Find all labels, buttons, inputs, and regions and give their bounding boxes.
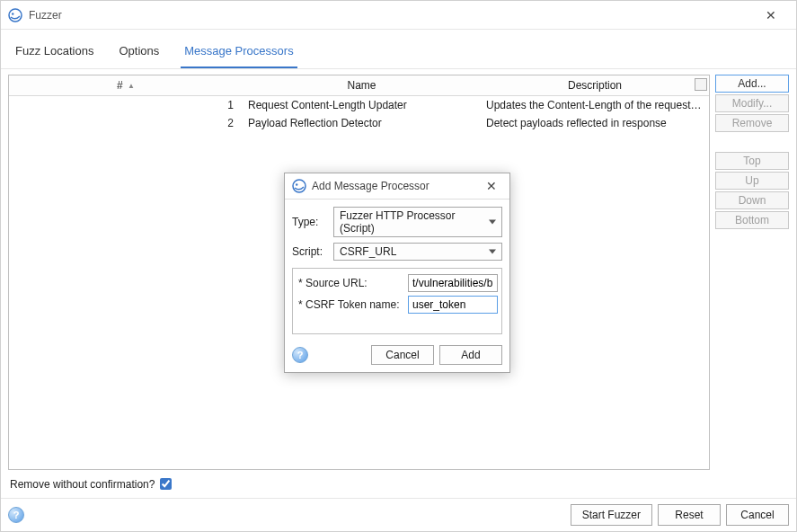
reset-button[interactable]: Reset xyxy=(658,504,721,526)
cell-description: Updates the Content-Length of the reques… xyxy=(481,96,709,115)
remove-confirm-label: Remove without confirmation? xyxy=(10,478,155,491)
tab-fuzz-locations[interactable]: Fuzz Locations xyxy=(12,37,97,68)
app-icon xyxy=(8,8,22,22)
csrf-token-name-label: * CSRF Token name: xyxy=(297,298,404,311)
dialog-form: Type: Fuzzer HTTP Processor (Script) Scr… xyxy=(285,200,509,338)
column-header-number-label: # xyxy=(117,79,123,92)
svg-point-0 xyxy=(9,9,22,22)
dialog-add-button[interactable]: Add xyxy=(439,345,502,365)
cell-name: Payload Reflection Detector xyxy=(243,114,481,132)
help-icon[interactable]: ? xyxy=(292,347,308,363)
dialog-buttons: ? Cancel Add xyxy=(285,338,509,372)
tab-options[interactable]: Options xyxy=(115,37,163,68)
column-header-description[interactable]: Description xyxy=(481,75,709,96)
table-row[interactable]: 2 Payload Reflection Detector Detect pay… xyxy=(9,114,709,132)
svg-point-1 xyxy=(12,13,13,14)
dialog-title: Add Message Processor xyxy=(312,180,481,192)
svg-point-2 xyxy=(293,180,306,192)
titlebar: Fuzzer ✕ xyxy=(1,1,796,30)
type-label: Type: xyxy=(292,216,328,228)
dialog-cancel-button[interactable]: Cancel xyxy=(371,345,434,365)
script-select[interactable]: CSRF_URL xyxy=(333,243,502,261)
tabs: Fuzz Locations Options Message Processor… xyxy=(1,30,796,69)
down-button[interactable]: Down xyxy=(715,191,789,209)
remove-button[interactable]: Remove xyxy=(715,114,789,132)
sort-asc-icon: ▲ xyxy=(128,82,135,90)
source-url-input[interactable] xyxy=(408,274,498,292)
column-header-name[interactable]: Name xyxy=(243,75,481,96)
cell-description: Detect payloads reflected in response xyxy=(481,114,709,132)
top-button[interactable]: Top xyxy=(715,152,789,170)
type-select[interactable]: Fuzzer HTTP Processor (Script) xyxy=(333,207,502,237)
window-close-button[interactable]: ✕ xyxy=(753,3,789,28)
cell-number: 1 xyxy=(9,96,243,115)
csrf-token-name-input[interactable] xyxy=(408,296,498,314)
dialog-titlebar: Add Message Processor ✕ xyxy=(285,173,509,199)
cancel-button[interactable]: Cancel xyxy=(726,504,789,526)
start-fuzzer-button[interactable]: Start Fuzzer xyxy=(571,504,652,526)
help-icon[interactable]: ? xyxy=(8,507,24,523)
svg-point-3 xyxy=(296,183,297,185)
bottom-bar: ? Start Fuzzer Reset Cancel xyxy=(1,498,796,531)
add-message-processor-dialog: Add Message Processor ✕ Type: Fuzzer HTT… xyxy=(284,173,510,373)
dialog-close-button[interactable]: ✕ xyxy=(481,179,502,193)
script-label: Script: xyxy=(292,245,328,258)
side-buttons: Add... Modify... Remove Top Up Down Bott… xyxy=(715,75,789,470)
source-url-label: * Source URL: xyxy=(297,277,404,289)
table-row[interactable]: 1 Request Content-Length Updater Updates… xyxy=(9,96,709,115)
window-title: Fuzzer xyxy=(29,9,753,22)
tab-message-processors[interactable]: Message Processors xyxy=(181,37,297,68)
parameters-box: * Source URL: * CSRF Token name: xyxy=(292,268,502,334)
add-button[interactable]: Add... xyxy=(715,75,789,93)
cell-name: Request Content-Length Updater xyxy=(243,96,481,115)
footer: Remove without confirmation? xyxy=(1,470,796,498)
remove-confirm-checkbox[interactable] xyxy=(160,478,172,490)
bottom-button[interactable]: Bottom xyxy=(715,211,789,229)
cell-number: 2 xyxy=(9,114,243,132)
modify-button[interactable]: Modify... xyxy=(715,94,789,112)
up-button[interactable]: Up xyxy=(715,172,789,190)
app-icon xyxy=(292,179,306,193)
column-header-number[interactable]: # ▲ xyxy=(9,75,243,96)
